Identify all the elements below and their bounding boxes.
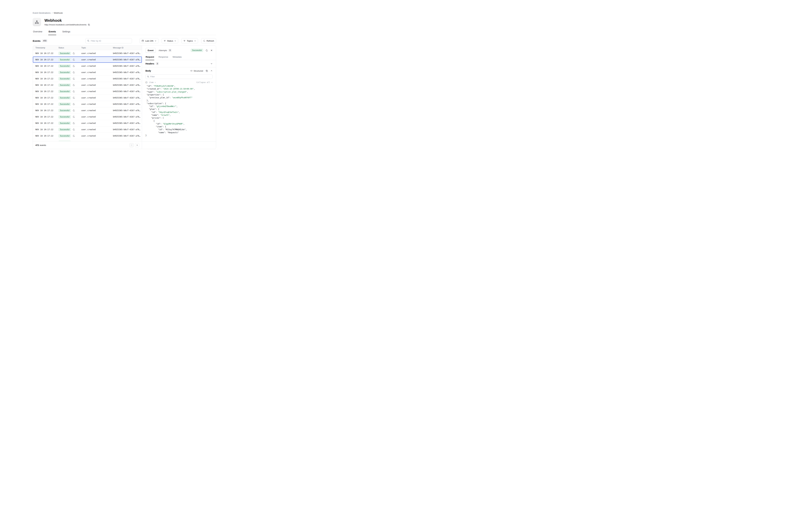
open-brace: {	[146, 81, 147, 83]
table-row[interactable]: NOV 18 10:17:22 Successful user.created …	[33, 88, 142, 95]
search-input[interactable]	[91, 40, 130, 42]
status-badge: Successful	[58, 121, 71, 125]
table-row[interactable]: NOV 18 10:17:22 Successful user.created …	[33, 126, 142, 133]
event-detail-panel: Event Attempts 3 Successful	[142, 45, 216, 149]
table-row[interactable]: NOV 18 10:17:22 Successful user.created …	[33, 120, 142, 126]
tab-events[interactable]: Events	[48, 30, 56, 35]
topics-filter-button[interactable]: Topics	[181, 38, 198, 43]
status-badge: Successful	[58, 102, 71, 106]
table-row[interactable]: NOV 18 10:17:22 Successful user.created …	[33, 57, 142, 63]
table-row[interactable]: NOV 18 10:17:22 Successful user.created …	[33, 114, 142, 120]
row-status-cell: Successful	[58, 71, 81, 74]
retry-event-icon[interactable]	[73, 129, 75, 131]
row-topic: user.created	[81, 65, 113, 67]
collapse-all-button[interactable]: Collapse all ↑	[196, 81, 212, 83]
retry-event-icon[interactable]	[73, 59, 75, 61]
json-viewer: "id": "P2NoRtyZoTc46X3B", "created_at": …	[142, 84, 216, 137]
row-topic: user.created	[81, 135, 113, 137]
table-row[interactable]: NOV 18 10:17:22 Successful user.created …	[33, 76, 142, 82]
refresh-button[interactable]: Refresh	[201, 38, 216, 43]
table-header: Timestamp Status Topic Message ID	[33, 45, 142, 50]
table-row[interactable]: NOV 18 10:17:22 Successful user.created …	[33, 69, 142, 76]
arrow-up-icon: ↑	[154, 81, 156, 83]
row-message-id: b4925365-b8cf-42b7-a76…	[113, 58, 142, 61]
status-filter-button[interactable]: Status	[162, 38, 178, 43]
row-message-id: b4925365-b8cf-42b7-a76…	[113, 116, 142, 118]
title-block: Webhook http://mock.hookdeck.com/webhook…	[44, 18, 90, 26]
retry-event-icon[interactable]	[73, 52, 75, 54]
retry-event-icon[interactable]	[73, 109, 75, 112]
detail-sub-tabs: Request Response Metadata	[142, 54, 216, 60]
retry-button[interactable]	[206, 49, 208, 52]
collapse-body-button[interactable]	[211, 70, 212, 72]
tab-overview[interactable]: Overview	[33, 30, 42, 35]
chevron-down-icon[interactable]	[211, 63, 212, 64]
attempts-tab[interactable]: Attempts 3	[159, 49, 172, 52]
tab-response[interactable]: Response	[158, 54, 168, 60]
retry-event-icon[interactable]	[73, 103, 75, 105]
body-filter[interactable]	[146, 74, 212, 79]
next-page-button[interactable]	[135, 143, 139, 147]
close-detail-button[interactable]: ×	[211, 49, 212, 52]
retry-event-icon[interactable]	[73, 84, 75, 86]
breadcrumb-separator: /	[52, 12, 53, 14]
body-section: Body Structured	[142, 67, 216, 141]
retry-event-icon[interactable]	[73, 116, 75, 118]
copy-body-button[interactable]	[206, 70, 208, 72]
table-row[interactable]: NOV 18 10:17:22 Successful user.created …	[33, 50, 142, 57]
items-meta[interactable]: 1 item	[147, 81, 153, 83]
row-timestamp: NOV 18 10:17:22	[35, 71, 58, 74]
row-timestamp: NOV 18 10:17:22	[35, 103, 58, 105]
retry-event-icon[interactable]	[73, 71, 75, 74]
headers-section[interactable]: Headers 3	[142, 60, 216, 67]
status-badge: Successful	[58, 58, 71, 61]
table-row[interactable]: NOV 18 10:17:22 Successful user.created …	[33, 82, 142, 88]
chevron-right-icon	[136, 144, 138, 146]
row-timestamp: NOV 18 10:17:22	[35, 90, 58, 93]
copy-url-button[interactable]	[88, 24, 90, 26]
calendar-icon	[141, 40, 144, 42]
table-row[interactable]: NOV 18 10:17:22 Successful user.created …	[33, 95, 142, 101]
tab-settings[interactable]: Settings	[62, 30, 71, 35]
event-tab-button[interactable]: Event	[146, 48, 156, 53]
row-message-id: b4925365-b8cf-42b7-a76…	[113, 71, 142, 74]
detail-header: Event Attempts 3 Successful	[142, 45, 216, 54]
time-filter-button[interactable]: Last 24h	[139, 38, 158, 43]
structured-toggle[interactable]: Structured	[190, 70, 203, 72]
table-row[interactable]: NOV 18 10:17:22 Successful user.created …	[33, 63, 142, 69]
table-row[interactable]: NOV 18 10:17:22 Successful user.created …	[33, 101, 142, 107]
status-badge: Successful	[191, 49, 203, 52]
retry-event-icon[interactable]	[73, 122, 75, 124]
row-timestamp: NOV 18 10:17:22	[35, 58, 58, 61]
filter-by-id-search[interactable]	[86, 38, 132, 43]
tab-metadata[interactable]: Metadata	[172, 54, 182, 60]
breadcrumb-parent[interactable]: Event Destinations	[33, 12, 51, 14]
status-badge: Successful	[58, 115, 71, 118]
retry-event-icon[interactable]	[73, 90, 75, 93]
retry-event-icon[interactable]	[73, 135, 75, 137]
code-icon	[190, 70, 192, 72]
search-icon	[87, 40, 89, 42]
table-row[interactable]: NOV 18 10:17:22 Successful user.created …	[33, 107, 142, 114]
retry-event-icon[interactable]	[73, 65, 75, 67]
row-status-cell: Successful	[58, 77, 81, 80]
col-topic: Topic	[81, 47, 113, 49]
row-status-cell: Successful	[58, 90, 81, 93]
table-row[interactable]: NOV 18 10:17:22 Successful user.created …	[33, 133, 142, 139]
row-status-cell: Successful	[58, 134, 81, 137]
row-status-cell: Successful	[58, 128, 81, 131]
body-filter-input[interactable]	[150, 75, 211, 78]
row-message-id: b4925365-b8cf-42b7-a76…	[113, 65, 142, 67]
row-message-id: b4925365-b8cf-42b7-a76…	[113, 109, 142, 112]
table-row[interactable]: NOV 18 10:17:22 Successful user.created …	[33, 139, 142, 141]
retry-event-icon[interactable]	[73, 97, 75, 99]
refresh-icon	[203, 40, 205, 42]
prev-page-button[interactable]	[129, 143, 134, 147]
row-timestamp: NOV 18 10:17:22	[35, 65, 58, 67]
breadcrumb-current[interactable]: Webhook	[54, 12, 63, 14]
col-message-id: Message ID	[113, 47, 142, 49]
status-badge: Successful	[58, 90, 71, 93]
tab-request[interactable]: Request	[146, 54, 154, 60]
row-message-id: b4925365-b8cf-42b7-a76…	[113, 52, 142, 54]
retry-event-icon[interactable]	[73, 78, 75, 80]
